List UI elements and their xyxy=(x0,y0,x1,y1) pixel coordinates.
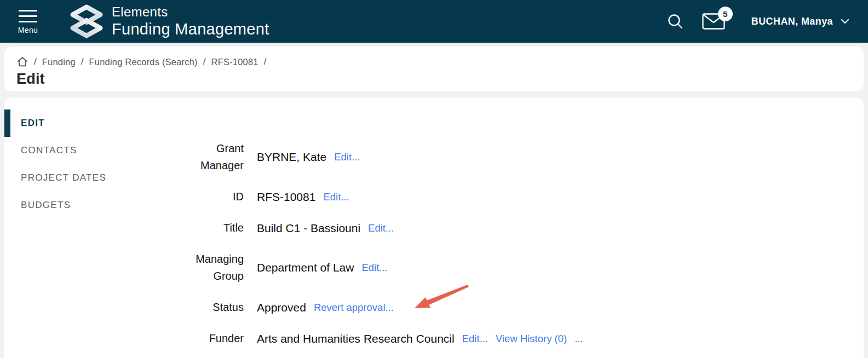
breadcrumb-card: / Funding / Funding Records (Search) / R… xyxy=(4,47,864,91)
search-button[interactable] xyxy=(667,13,683,30)
user-menu[interactable]: BUCHAN, Manya xyxy=(751,16,849,27)
breadcrumb-separator: / xyxy=(81,56,84,67)
sidebar-item-edit[interactable]: EDIT xyxy=(4,109,166,137)
form-row-id: ID RFS-10081 Edit... xyxy=(166,188,864,205)
record-form: Grant Manager BYRNE, Kate Edit... ID RFS… xyxy=(166,97,864,358)
field-label: ID xyxy=(166,188,244,205)
field-label: Grant Manager xyxy=(166,140,244,174)
chevron-down-icon xyxy=(841,19,849,24)
field-label: Funder xyxy=(166,330,244,347)
app-header: Menu Elements Funding Management xyxy=(0,0,868,43)
breadcrumb-separator: / xyxy=(203,56,206,67)
page-title: Edit xyxy=(16,71,852,87)
field-value: Approved xyxy=(257,301,306,314)
field-label: Status xyxy=(166,299,244,316)
brand-logo[interactable]: Elements Funding Management xyxy=(70,4,269,38)
form-row-managing-group: Managing Group Department of Law Edit... xyxy=(166,251,864,285)
field-value: BYRNE, Kate xyxy=(257,151,326,164)
breadcrumb: / Funding / Funding Records (Search) / R… xyxy=(16,55,852,68)
breadcrumb-item-funding-records[interactable]: Funding Records (Search) xyxy=(89,57,198,67)
edit-link[interactable]: Edit... xyxy=(462,333,488,345)
hamburger-icon xyxy=(19,10,37,22)
main-card: EDIT CONTACTS PROJECT DATES BUDGETS Gran… xyxy=(4,97,864,358)
brand-text: Elements Funding Management xyxy=(112,5,269,37)
field-value: RFS-10081 xyxy=(257,190,315,204)
form-row-funder: Funder Arts and Humanities Research Coun… xyxy=(166,330,864,347)
notification-badge: 5 xyxy=(718,7,733,21)
form-row-title: Title Build C1 - Bassiouni Edit... xyxy=(166,220,864,236)
brand-title: Elements xyxy=(112,5,269,19)
view-history-link[interactable]: View History (0) xyxy=(496,333,567,345)
field-label: Managing Group xyxy=(166,251,244,285)
brand-subtitle: Funding Management xyxy=(112,21,269,37)
app-root: Menu Elements Funding Management xyxy=(0,0,868,358)
more-options-link[interactable]: ... xyxy=(574,333,583,345)
revert-approval-link[interactable]: Revert approval... xyxy=(314,302,394,314)
sidebar-item-contacts[interactable]: CONTACTS xyxy=(4,137,166,164)
breadcrumb-separator: / xyxy=(34,56,37,67)
field-value: Arts and Humanities Research Council xyxy=(257,332,455,345)
breadcrumb-item-funding[interactable]: Funding xyxy=(42,57,76,67)
breadcrumb-item-record-id[interactable]: RFS-10081 xyxy=(211,57,258,67)
elements-logo-icon xyxy=(70,4,103,38)
field-value: Department of Law xyxy=(257,261,354,274)
sidebar-item-project-dates[interactable]: PROJECT DATES xyxy=(4,164,166,192)
form-row-status: Status Approved Revert approval... xyxy=(166,299,864,316)
field-value: Build C1 - Bassiouni xyxy=(257,222,360,235)
side-nav: EDIT CONTACTS PROJECT DATES BUDGETS xyxy=(4,97,166,358)
edit-link[interactable]: Edit... xyxy=(368,222,394,234)
home-icon[interactable] xyxy=(16,56,28,68)
topbar-actions: 5 BUCHAN, Manya xyxy=(667,0,849,43)
search-icon xyxy=(667,13,683,30)
edit-link[interactable]: Edit... xyxy=(361,262,387,274)
breadcrumb-separator: / xyxy=(264,56,267,67)
form-row-grant-manager: Grant Manager BYRNE, Kate Edit... xyxy=(166,140,864,174)
sidebar-item-budgets[interactable]: BUDGETS xyxy=(4,192,166,219)
menu-label: Menu xyxy=(18,26,38,34)
notifications-button[interactable]: 5 xyxy=(702,13,725,30)
menu-button[interactable]: Menu xyxy=(7,9,49,34)
user-name: BUCHAN, Manya xyxy=(751,16,833,27)
edit-link[interactable]: Edit... xyxy=(334,151,360,163)
field-label: Title xyxy=(166,220,244,236)
edit-link[interactable]: Edit... xyxy=(323,191,349,203)
